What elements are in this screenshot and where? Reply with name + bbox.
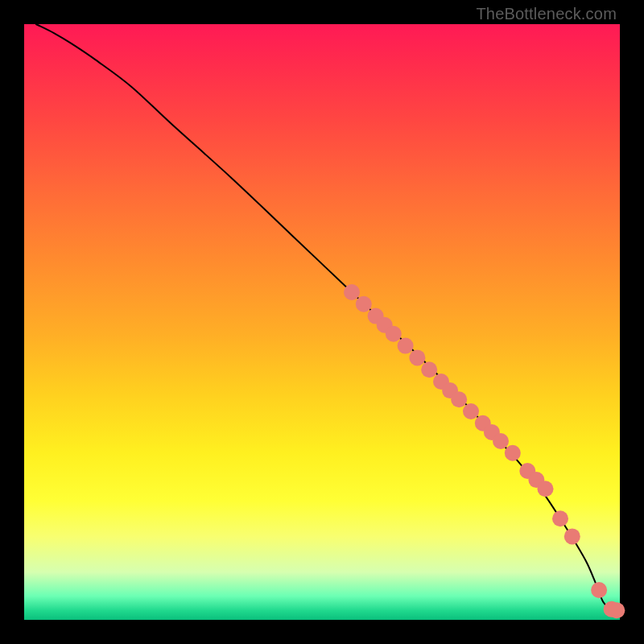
scatter-dot bbox=[505, 445, 521, 461]
scatter-dot bbox=[386, 326, 402, 342]
scatter-dot bbox=[591, 582, 607, 598]
scatter-dot bbox=[451, 391, 467, 407]
bottleneck-curve bbox=[36, 24, 616, 610]
scatter-dot bbox=[344, 284, 360, 300]
attribution-label: TheBottleneck.com bbox=[476, 5, 617, 23]
scatter-dot bbox=[564, 528, 580, 544]
scatter-dot bbox=[609, 602, 625, 618]
scatter-dots bbox=[344, 284, 625, 618]
scatter-dot bbox=[421, 361, 437, 378]
scatter-dot bbox=[493, 433, 509, 449]
chart-svg bbox=[24, 24, 620, 620]
scatter-dot bbox=[538, 481, 554, 497]
scatter-dot bbox=[398, 338, 414, 354]
scatter-dot bbox=[463, 403, 479, 419]
scatter-dot bbox=[409, 349, 425, 365]
scatter-dot bbox=[356, 296, 372, 312]
scatter-dot bbox=[552, 510, 568, 526]
chart-frame bbox=[24, 24, 620, 620]
